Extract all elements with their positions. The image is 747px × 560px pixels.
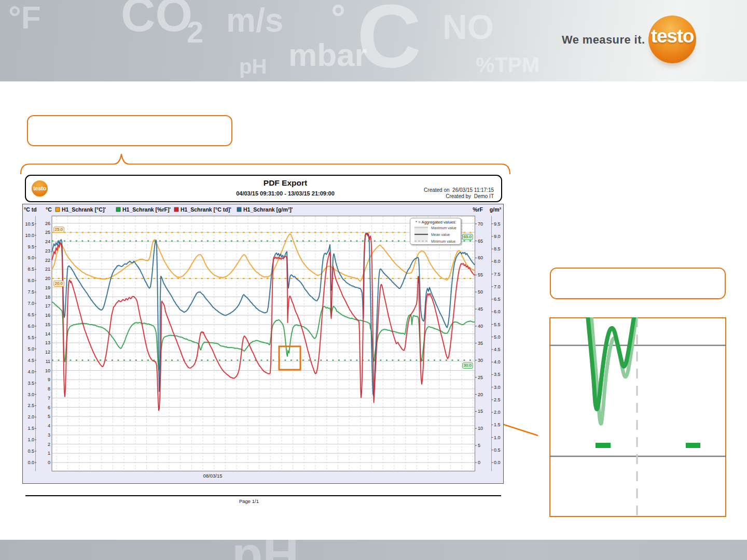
svg-text:8.0: 8.0 xyxy=(27,278,34,283)
svg-text:40: 40 xyxy=(478,324,483,329)
svg-text:0.0: 0.0 xyxy=(27,460,34,465)
svg-text:Mean value: Mean value xyxy=(431,233,450,236)
svg-text:9: 9 xyxy=(48,377,50,382)
svg-text:15: 15 xyxy=(478,409,483,414)
svg-text:50: 50 xyxy=(478,289,483,295)
svg-text:21: 21 xyxy=(45,267,50,272)
svg-text:1: 1 xyxy=(48,451,50,456)
svg-text:16: 16 xyxy=(45,313,50,318)
svg-text:26: 26 xyxy=(45,221,50,226)
svg-text:Minimum value: Minimum value xyxy=(431,240,455,243)
svg-text:5.5: 5.5 xyxy=(27,335,34,340)
svg-text:g/m³: g/m³ xyxy=(490,206,502,213)
svg-text:2.0: 2.0 xyxy=(27,414,34,419)
svg-text:8.0: 8.0 xyxy=(494,259,501,264)
svg-text:2.5: 2.5 xyxy=(27,403,34,408)
svg-text:°C td: °C td xyxy=(24,206,37,213)
svg-text:5: 5 xyxy=(478,443,480,448)
svg-text:1.5: 1.5 xyxy=(494,422,501,427)
svg-text:7.5: 7.5 xyxy=(494,272,501,277)
svg-text:6.0: 6.0 xyxy=(494,309,501,314)
svg-text:8.5: 8.5 xyxy=(494,246,501,251)
svg-text:0.5: 0.5 xyxy=(494,447,501,453)
svg-text:60: 60 xyxy=(478,255,483,260)
svg-text:18: 18 xyxy=(45,295,50,300)
svg-text:35: 35 xyxy=(478,341,483,346)
svg-text:23: 23 xyxy=(45,248,50,254)
svg-text:10: 10 xyxy=(478,426,483,431)
svg-text:5.0: 5.0 xyxy=(27,346,34,352)
svg-text:7.5: 7.5 xyxy=(27,289,34,295)
svg-text:2: 2 xyxy=(48,442,50,447)
svg-text:12: 12 xyxy=(45,349,50,355)
svg-text:0: 0 xyxy=(478,460,480,465)
svg-text:1.0: 1.0 xyxy=(27,437,34,442)
svg-text:8.5: 8.5 xyxy=(27,267,34,272)
svg-text:H1_Schrank [g/m³]': H1_Schrank [g/m³]' xyxy=(243,206,293,213)
svg-text:55: 55 xyxy=(478,272,483,277)
svg-text:2.5: 2.5 xyxy=(494,397,501,402)
svg-text:14: 14 xyxy=(45,331,50,337)
svg-text:3.0: 3.0 xyxy=(27,392,34,397)
svg-text:°C: °C xyxy=(46,206,52,213)
svg-text:3.0: 3.0 xyxy=(494,385,501,390)
svg-text:17: 17 xyxy=(45,303,50,309)
svg-text:5.0: 5.0 xyxy=(494,334,501,340)
svg-text:3.5: 3.5 xyxy=(494,372,501,377)
svg-text:4.0: 4.0 xyxy=(494,359,501,365)
svg-text:20: 20 xyxy=(45,276,50,281)
svg-text:6: 6 xyxy=(48,405,50,410)
svg-text:7.0: 7.0 xyxy=(27,301,34,306)
svg-text:70: 70 xyxy=(478,221,483,227)
svg-text:30: 30 xyxy=(478,358,483,363)
svg-text:3.5: 3.5 xyxy=(27,381,34,386)
svg-text:25: 25 xyxy=(478,375,483,380)
svg-text:1.5: 1.5 xyxy=(27,426,34,431)
svg-text:8: 8 xyxy=(48,386,50,391)
svg-text:10: 10 xyxy=(45,368,50,373)
svg-text:7: 7 xyxy=(48,396,50,401)
svg-text:4.5: 4.5 xyxy=(494,347,501,352)
svg-text:H1_Schrank [°C]': H1_Schrank [°C]' xyxy=(62,206,106,213)
svg-text:20: 20 xyxy=(478,392,483,397)
svg-text:6.5: 6.5 xyxy=(27,312,34,317)
svg-text:25: 25 xyxy=(45,230,50,235)
svg-text:45: 45 xyxy=(478,306,483,312)
svg-text:4.0: 4.0 xyxy=(27,369,34,374)
svg-text:22: 22 xyxy=(45,258,50,263)
svg-text:13: 13 xyxy=(45,340,50,345)
svg-text:Maximum value: Maximum value xyxy=(431,226,457,230)
svg-text:11: 11 xyxy=(46,359,50,364)
svg-text:65: 65 xyxy=(478,239,483,244)
svg-text:0.0: 0.0 xyxy=(494,460,501,465)
svg-text:9.5: 9.5 xyxy=(27,244,34,249)
svg-text:15: 15 xyxy=(45,322,50,327)
svg-text:H1_Schrank [°C td]': H1_Schrank [°C td]' xyxy=(181,206,231,213)
svg-text:24: 24 xyxy=(45,239,50,244)
svg-text:6.0: 6.0 xyxy=(27,324,34,329)
svg-text:10.0: 10.0 xyxy=(25,233,34,238)
svg-text:0: 0 xyxy=(48,460,50,465)
svg-text:3: 3 xyxy=(48,432,50,438)
svg-text:9.0: 9.0 xyxy=(27,255,34,260)
svg-text:19: 19 xyxy=(45,285,50,290)
svg-text:5: 5 xyxy=(48,414,50,419)
svg-text:08/03/15: 08/03/15 xyxy=(203,473,223,479)
svg-text:H1_Schrank [%rF]': H1_Schrank [%rF]' xyxy=(122,206,171,213)
svg-text:5.5: 5.5 xyxy=(494,322,501,327)
svg-text:2.0: 2.0 xyxy=(494,410,501,415)
svg-text:0.5: 0.5 xyxy=(27,449,34,454)
svg-text:4.5: 4.5 xyxy=(27,358,34,363)
svg-text:1.0: 1.0 xyxy=(494,435,501,440)
svg-text:9.0: 9.0 xyxy=(494,234,501,239)
svg-text:7.0: 7.0 xyxy=(494,284,501,289)
svg-text:10.5: 10.5 xyxy=(25,221,34,227)
svg-text:%rF: %rF xyxy=(473,206,483,213)
svg-text:6.5: 6.5 xyxy=(494,297,501,302)
svg-text:4: 4 xyxy=(48,423,50,428)
svg-text:9.5: 9.5 xyxy=(494,221,501,227)
